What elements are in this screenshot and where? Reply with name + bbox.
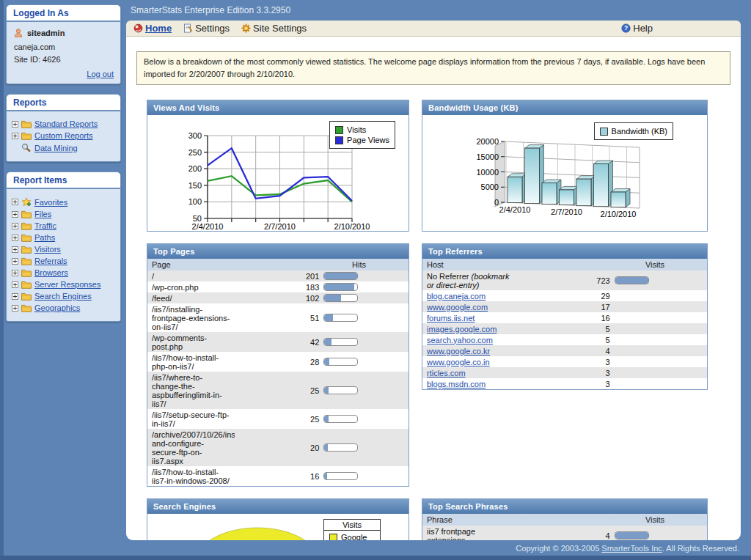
top-pages-row: /archive/2007/10/26/install-and-configur… bbox=[147, 429, 409, 466]
top-referrers-row-link[interactable]: rticles.com bbox=[427, 369, 466, 377]
plus-expander-icon[interactable] bbox=[12, 270, 18, 276]
plus-expander-icon[interactable] bbox=[12, 223, 18, 229]
plus-expander-icon[interactable] bbox=[12, 235, 18, 241]
legend-swatch bbox=[600, 128, 608, 136]
report-items-link-paths[interactable]: Paths bbox=[34, 233, 55, 242]
top-pages-row: /iis7/how-to-install-iis7-in-windows-200… bbox=[147, 466, 409, 486]
nav-item-help[interactable]: ? Help bbox=[621, 23, 653, 34]
top-referrers-row-bar-cell bbox=[612, 378, 707, 389]
report-items-link-browsers[interactable]: Browsers bbox=[34, 268, 68, 277]
top-referrers-row-bar-cell bbox=[612, 301, 707, 312]
footer-suffix: . All Rights Reserved. bbox=[662, 544, 739, 553]
top-referrers-row-value: 3 bbox=[517, 356, 612, 367]
report-items-link-geographics[interactable]: Geographics bbox=[34, 303, 80, 312]
plus-expander-icon[interactable] bbox=[12, 246, 18, 253]
top-pages-row-bar bbox=[323, 443, 358, 452]
folder-icon bbox=[21, 221, 32, 230]
report-items-link-favorites[interactable]: Favorites bbox=[34, 198, 67, 207]
app-title: SmarterStats Enterprise Edition 3.3.2950 bbox=[131, 5, 290, 15]
nav-home-label[interactable]: Home bbox=[145, 23, 172, 34]
top-referrers-row-link[interactable]: search.yahoo.com bbox=[427, 336, 493, 345]
top-referrers-row-link[interactable]: images.google.com bbox=[427, 325, 497, 334]
plus-expander-icon[interactable] bbox=[12, 211, 18, 218]
top-pages-col-page: Page bbox=[147, 259, 235, 270]
footer-smartertools-link[interactable]: SmarterTools Inc bbox=[601, 544, 662, 553]
top-pages-row: /iis7/setup-secure-ftp-in-iis7/25 bbox=[147, 409, 409, 429]
top-referrers-row-link[interactable]: www.google.co.in bbox=[427, 358, 490, 366]
top-referrers-row-label: blogs.msdn.com bbox=[422, 378, 517, 389]
top-pages-row-bar bbox=[323, 358, 358, 366]
top-pages-row-value: 16 bbox=[235, 466, 322, 486]
report-items-link-search-engines[interactable]: Search Engines bbox=[34, 292, 92, 301]
top-pages-row-bar bbox=[323, 272, 358, 280]
legend-item: Page Views bbox=[335, 136, 389, 144]
top-referrers-row-link[interactable]: blogs.msdn.com bbox=[427, 380, 486, 388]
top-referrers-row-link[interactable]: www.google.com bbox=[427, 303, 488, 312]
top-referrers-table: Host Visits No Referrer (bookmark or dir… bbox=[422, 259, 707, 389]
report-items-link-files[interactable]: Files bbox=[34, 210, 51, 218]
top-phrases-table: Phrase Visits iis7 frontpage extensions4… bbox=[422, 514, 707, 540]
top-pages-row-bar-fill bbox=[324, 295, 341, 301]
plus-expander-icon[interactable] bbox=[12, 199, 18, 205]
report-items-link-referrals[interactable]: Referrals bbox=[34, 257, 67, 265]
report-items-item: Referrals bbox=[12, 257, 117, 265]
folder-icon bbox=[21, 292, 32, 301]
top-referrers-row-label: No Referrer (bookmark or direct-entry) bbox=[422, 270, 517, 290]
logout-link[interactable]: Log out bbox=[87, 70, 114, 78]
nav-help-label[interactable]: Help bbox=[633, 23, 653, 34]
top-referrers-row-bar-cell bbox=[612, 356, 707, 367]
folder-icon bbox=[21, 131, 32, 140]
footer: Copyright © 2003-2005 SmarterTools Inc. … bbox=[516, 544, 739, 553]
bandwidth-panel: Bandwidth Usage (KB) 0500010000150002000… bbox=[422, 100, 708, 232]
top-referrers-row: images.google.com5 bbox=[422, 323, 707, 334]
footer-copyright-prefix: Copyright © 2003-2005 bbox=[516, 544, 601, 553]
legend-title: Visits bbox=[324, 520, 380, 531]
plus-expander-icon[interactable] bbox=[12, 293, 18, 300]
reports-link-standard-reports[interactable]: Standard Reports bbox=[34, 119, 98, 128]
top-pages-row-bar-cell bbox=[321, 303, 409, 332]
nav-site-settings-label[interactable]: Site Settings bbox=[253, 23, 307, 34]
top-referrers-row-label: search.yahoo.com bbox=[422, 334, 517, 345]
help-icon: ? bbox=[621, 23, 631, 33]
top-pages-row-value: 183 bbox=[235, 281, 322, 292]
top-referrers-row-label: www.google.co.kr bbox=[422, 345, 517, 356]
top-pages-row-label: /iis7/installing-frontpage-extensions-on… bbox=[147, 303, 235, 332]
report-items-link-server-responses[interactable]: Server Responses bbox=[34, 280, 101, 289]
plus-expander-icon[interactable] bbox=[12, 121, 18, 128]
top-referrers-row-link[interactable]: forums.iis.net bbox=[427, 314, 475, 323]
top-referrers-row-link[interactable]: www.google.co.kr bbox=[427, 347, 490, 355]
report-items-link-visitors[interactable]: Visitors bbox=[34, 245, 61, 254]
reports-link-custom-reports[interactable]: Custom Reports bbox=[34, 131, 92, 140]
top-referrers-row-value: 723 bbox=[517, 270, 612, 290]
svg-text:200: 200 bbox=[188, 164, 202, 173]
site-settings-icon bbox=[241, 23, 251, 33]
plus-expander-icon[interactable] bbox=[12, 133, 18, 139]
legend-item: Visits bbox=[335, 125, 389, 134]
plus-expander-icon[interactable] bbox=[12, 305, 18, 312]
top-referrers-row-link[interactable]: blog.caneja.com bbox=[427, 292, 486, 301]
nav-settings-label[interactable]: Settings bbox=[195, 23, 230, 34]
nav-item-site-settings[interactable]: Site Settings bbox=[241, 23, 307, 34]
report-items-link-traffic[interactable]: Traffic bbox=[34, 221, 56, 230]
nav-item-settings[interactable]: Settings bbox=[183, 23, 230, 34]
top-pages-row-value: 102 bbox=[235, 292, 322, 303]
bar-chart-legend: Bandwidth (KB) bbox=[594, 122, 673, 140]
top-referrers-row-value: 16 bbox=[517, 312, 612, 323]
top-pages-row: /feed/102 bbox=[147, 292, 409, 303]
folder-icon bbox=[21, 303, 32, 312]
plus-expander-icon[interactable] bbox=[12, 258, 18, 265]
folder-icon bbox=[21, 210, 32, 218]
page-bottom-edge bbox=[0, 556, 751, 560]
svg-text:2/10/2010: 2/10/2010 bbox=[334, 222, 370, 231]
top-pages-row: /wp-cron.php183 bbox=[147, 281, 409, 292]
bandwidth-chart: 050001000015000200002/4/20102/7/20102/10… bbox=[422, 115, 707, 231]
sidebar: Logged In As siteadmin caneja.com Site I… bbox=[6, 4, 121, 331]
nav-item-home[interactable]: Home bbox=[133, 23, 172, 34]
top-pages-row-bar-cell bbox=[321, 429, 409, 466]
folder-icon bbox=[21, 119, 32, 128]
reports-link-data-mining[interactable]: Data Mining bbox=[34, 144, 78, 152]
top-pages-header: Top Pages bbox=[147, 244, 409, 259]
top-referrers-row-bar-cell bbox=[612, 312, 707, 323]
top-pages-row-bar-fill bbox=[324, 358, 329, 365]
plus-expander-icon[interactable] bbox=[12, 281, 18, 288]
